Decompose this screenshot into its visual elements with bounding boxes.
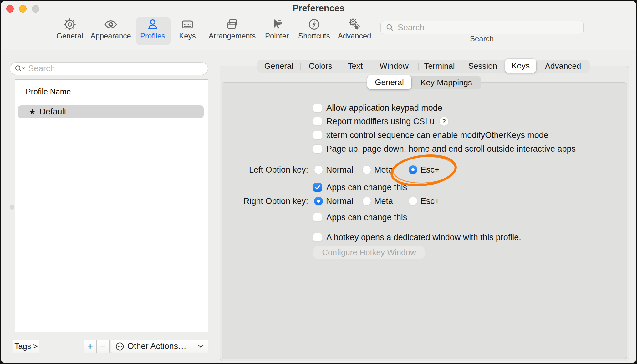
keyboard-icon bbox=[181, 18, 194, 31]
subtab-general[interactable]: General bbox=[367, 75, 411, 89]
tab-keys[interactable]: Keys bbox=[505, 59, 536, 73]
checkbox-modify-other-keys[interactable] bbox=[313, 131, 322, 139]
checkbox-label: Report modifiers using CSI u bbox=[326, 117, 434, 126]
toolbar-label: Shortcuts bbox=[298, 32, 330, 40]
toolbar-label: General bbox=[56, 32, 83, 40]
profile-search-field[interactable] bbox=[10, 62, 208, 75]
checkbox-label: Page up, page down, home and end scroll … bbox=[326, 144, 576, 153]
search-menu-icon[interactable] bbox=[14, 65, 26, 73]
radio-label: Meta bbox=[374, 197, 393, 205]
remove-profile-button[interactable]: − bbox=[96, 340, 110, 353]
plus-icon: + bbox=[87, 341, 93, 352]
minus-icon: − bbox=[100, 341, 106, 352]
toolbar-label: Appearance bbox=[90, 32, 131, 40]
section-divider bbox=[237, 227, 610, 227]
toolbar-label: Profiles bbox=[140, 32, 165, 40]
splitter-handle-dot[interactable] bbox=[10, 205, 14, 210]
checkbox-label: A hotkey opens a dedicated window with t… bbox=[326, 233, 521, 242]
checkbox-hotkey-window[interactable] bbox=[313, 233, 322, 242]
question-mark-icon: ? bbox=[442, 118, 446, 125]
check-icon bbox=[313, 183, 322, 192]
checkbox-keypad-mode[interactable] bbox=[313, 104, 322, 112]
checkbox-csi-u[interactable] bbox=[313, 117, 322, 126]
profile-search-input[interactable] bbox=[28, 63, 198, 74]
list-header-divider bbox=[15, 99, 208, 99]
ellipsis-circle-icon bbox=[115, 342, 124, 351]
help-button[interactable]: ? bbox=[439, 117, 449, 126]
radio-label: Normal bbox=[326, 165, 353, 174]
radio-left-option-meta[interactable] bbox=[362, 165, 371, 174]
toolbar-label: Arrangements bbox=[209, 32, 256, 40]
profile-tab-bar: General Colors Text Window Terminal Sess… bbox=[257, 60, 590, 73]
tab-window[interactable]: Window bbox=[370, 60, 418, 73]
other-actions-dropdown[interactable]: Other Actions… bbox=[111, 340, 208, 353]
tab-session[interactable]: Session bbox=[461, 60, 505, 73]
checkbox-label: Allow application keypad mode bbox=[326, 104, 442, 112]
configure-hotkey-label: Configure Hotkey Window bbox=[322, 248, 416, 257]
bolt-icon bbox=[307, 18, 321, 31]
titlebar: Preferences General Appearance bbox=[1, 1, 636, 50]
toolbar-search-caption: Search bbox=[380, 34, 583, 43]
gears-icon bbox=[348, 18, 361, 31]
eye-icon bbox=[104, 18, 118, 31]
other-actions-label: Other Actions… bbox=[127, 341, 186, 351]
windows-icon bbox=[225, 18, 239, 31]
tags-button-label: Tags > bbox=[14, 342, 38, 351]
toolbar-item-keys[interactable]: Keys bbox=[162, 18, 212, 40]
radio-label: Normal bbox=[326, 197, 353, 205]
checkbox-label: Apps can change this bbox=[326, 213, 407, 222]
section-divider bbox=[237, 159, 610, 159]
profile-list: Profile Name ★ Default bbox=[15, 79, 208, 332]
checkbox-left-apps-can-change[interactable] bbox=[313, 183, 322, 192]
toolbar-item-advanced[interactable]: Advanced bbox=[329, 18, 380, 40]
cursor-icon bbox=[270, 18, 284, 31]
star-icon: ★ bbox=[29, 107, 36, 116]
window-title: Preferences bbox=[1, 3, 636, 13]
radio-right-option-normal[interactable] bbox=[314, 197, 323, 205]
profile-row-default[interactable]: ★ Default bbox=[18, 105, 204, 118]
tab-terminal[interactable]: Terminal bbox=[418, 60, 461, 73]
gear-icon bbox=[63, 18, 77, 31]
profile-list-header: Profile Name bbox=[26, 87, 71, 96]
radio-label: Meta bbox=[374, 165, 393, 174]
profile-name: Default bbox=[39, 107, 66, 117]
toolbar-label: Keys bbox=[179, 32, 196, 40]
checkbox-scroll-outside-apps[interactable] bbox=[313, 144, 322, 153]
tab-colors[interactable]: Colors bbox=[300, 60, 341, 73]
toolbar-label: Advanced bbox=[338, 32, 371, 40]
checkbox-label: xterm control sequence can enable modify… bbox=[326, 131, 548, 139]
left-option-key-label: Left Option key: bbox=[220, 165, 308, 174]
tab-advanced[interactable]: Advanced bbox=[536, 60, 590, 73]
chevron-down-icon bbox=[198, 345, 204, 348]
radio-label: Esc+ bbox=[420, 197, 440, 205]
person-icon bbox=[146, 18, 160, 31]
toolbar-label: Pointer bbox=[265, 32, 289, 40]
radio-right-option-esc[interactable] bbox=[409, 197, 417, 205]
tab-general[interactable]: General bbox=[257, 60, 300, 73]
subtab-key-mappings[interactable]: Key Mappings bbox=[411, 76, 481, 89]
toolbar-search-field[interactable] bbox=[380, 21, 584, 34]
search-icon bbox=[386, 23, 394, 32]
right-option-key-label: Right Option key: bbox=[220, 197, 308, 205]
configure-hotkey-window-button[interactable]: Configure Hotkey Window bbox=[313, 246, 425, 259]
toolbar-search-input[interactable] bbox=[397, 23, 573, 33]
radio-left-option-normal[interactable] bbox=[314, 165, 323, 174]
checkbox-label: Apps can change this bbox=[326, 183, 407, 192]
keys-subtab-bar: General Key Mappings bbox=[367, 76, 481, 89]
toolbar-item-arrangements[interactable]: Arrangements bbox=[207, 18, 257, 40]
add-profile-button[interactable]: + bbox=[84, 340, 97, 353]
checkbox-right-apps-can-change[interactable] bbox=[313, 213, 322, 222]
tags-button[interactable]: Tags > bbox=[13, 340, 39, 353]
radio-right-option-meta[interactable] bbox=[362, 197, 371, 205]
tab-text[interactable]: Text bbox=[341, 60, 370, 73]
radio-label: Esc+ bbox=[420, 165, 440, 174]
preferences-window: Preferences General Appearance bbox=[1, 1, 636, 363]
radio-left-option-esc[interactable] bbox=[409, 165, 417, 174]
